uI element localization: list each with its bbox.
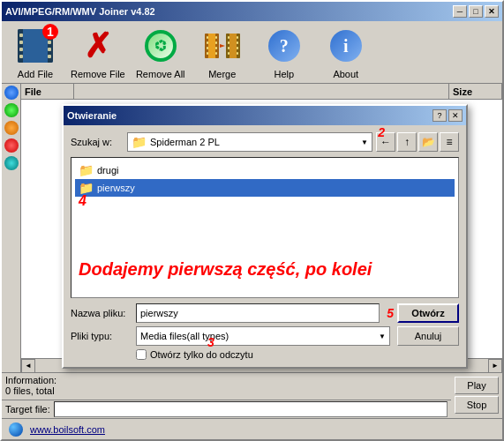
merge-icon: [201, 25, 244, 67]
look-in-row: Szukaj w: 📁 Spiderman 2 PL ▼ 2 ← ↑ 📂 ≡: [71, 132, 459, 152]
remove-all-button[interactable]: ♻ Remove All: [134, 25, 187, 79]
num4-badge: 4: [79, 193, 87, 209]
col-file-header: File: [21, 84, 74, 99]
readonly-checkbox[interactable]: [136, 349, 147, 360]
help-label: Help: [274, 69, 294, 79]
remove-file-label: Remove File: [71, 69, 125, 79]
nav-up-btn[interactable]: ↑: [397, 132, 417, 152]
look-in-combo-wrap: 📁 Spiderman 2 PL ▼ 2: [127, 132, 372, 152]
dialog-title: Otwieranie: [67, 110, 117, 121]
svg-rect-9: [215, 47, 217, 49]
look-in-label: Szukaj w:: [71, 137, 124, 147]
remove-file-button[interactable]: ✗ Remove File: [71, 25, 125, 79]
svg-rect-16: [228, 47, 229, 49]
look-in-badge: 2: [378, 125, 385, 139]
cancel-button[interactable]: Anuluj: [397, 326, 459, 346]
merge-label: Merge: [208, 69, 236, 79]
svg-rect-14: [228, 36, 229, 39]
info-line2: 0 files, total: [5, 385, 448, 396]
about-button[interactable]: i About: [320, 25, 372, 79]
target-file-label: Target file:: [5, 404, 50, 415]
stop-button[interactable]: Stop: [455, 396, 499, 414]
file-item-pierwszy[interactable]: 📁 pierwszy: [75, 179, 455, 197]
table-header: File Size: [21, 84, 502, 100]
sidebar-btn-green[interactable]: [4, 103, 19, 117]
film-holes-left: [19, 29, 24, 63]
svg-rect-17: [228, 52, 229, 55]
num5-badge: 5: [387, 306, 394, 320]
filename-input[interactable]: [136, 303, 380, 323]
dialog-title-buttons: ? ✕: [433, 109, 463, 122]
scroll-right-btn[interactable]: ►: [488, 359, 502, 373]
window-title: AVI/MPEG/RM/WMV Joiner v4.82: [5, 6, 155, 17]
add-file-icon: 1: [14, 25, 56, 67]
filename-row: Nazwa pliku: 5 Otwórz: [71, 303, 459, 323]
file-item-drugi[interactable]: 📁 drugi: [75, 161, 455, 179]
help-icon: ?: [263, 25, 305, 67]
sidebar: [2, 84, 21, 372]
dialog-title-bar: Otwieranie ? ✕: [64, 106, 466, 125]
sidebar-btn-teal[interactable]: [4, 156, 19, 170]
target-file-row: Target file:: [2, 400, 451, 418]
sidebar-btn-blue[interactable]: [4, 86, 19, 100]
play-button[interactable]: Play: [455, 377, 499, 394]
merge-button[interactable]: Merge: [196, 25, 249, 79]
add-file-button[interactable]: 1 Add File: [9, 25, 62, 79]
close-button[interactable]: ✕: [485, 5, 499, 18]
file-item-pierwszy-label: pierwszy: [97, 183, 135, 193]
help-button[interactable]: ? Help: [258, 25, 311, 79]
add-file-number-badge: 1: [42, 24, 58, 40]
svg-rect-7: [215, 36, 217, 39]
bottom-section: Information: 0 files, total Target file:…: [2, 372, 502, 418]
look-in-combo[interactable]: 📁 Spiderman 2 PL ▼: [127, 132, 372, 152]
look-in-value: Spiderman 2 PL: [150, 137, 357, 147]
folder-icon-drugi: 📁: [79, 163, 94, 177]
svg-rect-20: [237, 47, 238, 49]
minimize-button[interactable]: ─: [453, 5, 467, 18]
target-file-input[interactable]: [54, 401, 448, 417]
dialog-toolbar-icons: ← ↑ 📂 ≡: [376, 132, 459, 152]
svg-rect-10: [215, 52, 217, 55]
svg-rect-21: [237, 52, 238, 55]
open-button[interactable]: Otwórz: [397, 303, 459, 323]
readonly-label: Otwórz tylko do odczytu: [150, 349, 253, 360]
new-folder-btn[interactable]: 📂: [418, 132, 438, 152]
scroll-left-btn[interactable]: ◄: [21, 359, 35, 373]
info-line1: Information:: [5, 375, 448, 385]
dialog-close-button[interactable]: ✕: [448, 109, 463, 122]
add-file-label: Add File: [18, 69, 53, 79]
view-toggle-btn[interactable]: ≡: [440, 132, 459, 152]
folder-icon: 📁: [132, 135, 147, 149]
filetype-arrow-icon: ▼: [379, 333, 386, 340]
red-instruction-text: Dodajemy pierwszą część, po kolei: [79, 259, 372, 280]
filetype-combo[interactable]: Media files(all types) ▼: [136, 326, 390, 346]
file-item-drugi-label: drugi: [97, 165, 118, 176]
svg-rect-8: [215, 41, 217, 44]
dialog-help-button[interactable]: ?: [433, 109, 447, 122]
svg-rect-18: [237, 36, 238, 39]
dialog-body: Szukaj w: 📁 Spiderman 2 PL ▼ 2 ← ↑ 📂 ≡: [64, 125, 466, 367]
maximize-button[interactable]: □: [469, 5, 483, 18]
title-bar: AVI/MPEG/RM/WMV Joiner v4.82 ─ □ ✕: [2, 2, 502, 21]
toolbar: 1 Add File ✗ Remove File ♻ Remove All: [2, 21, 502, 84]
svg-marker-22: [220, 44, 225, 48]
footer: www.boilsoft.com: [2, 418, 502, 439]
remove-all-icon: ♻: [139, 25, 182, 67]
footer-url[interactable]: www.boilsoft.com: [30, 424, 105, 435]
sidebar-btn-red[interactable]: [4, 138, 19, 153]
svg-rect-6: [207, 52, 208, 55]
action-buttons: 5 Otwórz: [387, 303, 459, 323]
remove-all-label: Remove All: [136, 69, 185, 79]
svg-rect-15: [228, 41, 229, 44]
svg-rect-5: [207, 47, 208, 49]
info-section: Information: 0 files, total: [2, 373, 451, 400]
file-list-area[interactable]: 📁 drugi 📁 pierwszy 4 Dodajemy pierwszą c…: [71, 157, 459, 298]
svg-rect-3: [207, 36, 208, 39]
filename-label: Nazwa pliku:: [71, 308, 132, 318]
svg-rect-4: [207, 41, 208, 44]
look-in-arrow-icon: ▼: [361, 138, 368, 146]
about-label: About: [333, 69, 358, 79]
sidebar-btn-orange[interactable]: [4, 121, 19, 135]
remove-file-icon: ✗: [77, 25, 119, 67]
filetype-row: Pliki typu: Media files(all types) ▼ Anu…: [71, 326, 459, 346]
